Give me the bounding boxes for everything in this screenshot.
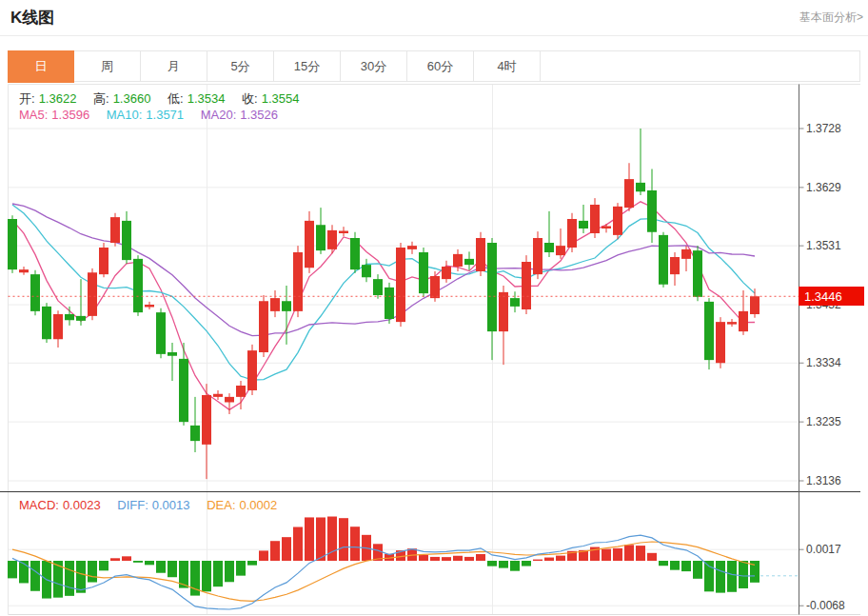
ma20-value: 1.3526 [240, 108, 278, 122]
ma-readout: MA5:1.3596 MA10:1.3571 MA20:1.3526 [19, 108, 282, 122]
price-axis: 1.3728 1.3629 1.3531 1.3432 1.3334 1.323… [806, 122, 845, 612]
chart-series [8, 129, 799, 609]
macd-value: 0.0023 [63, 498, 101, 512]
tab-5min[interactable]: 5分 [207, 51, 274, 81]
price-tick-label: 1.3629 [806, 181, 841, 194]
open-label: 开: [19, 91, 35, 106]
macd-readout: MACD:0.0023 DIFF:0.0013 DEA:0.0002 [19, 498, 281, 512]
low-value: 1.3534 [187, 91, 226, 106]
ma20-label: MA20: [201, 108, 237, 122]
close-label: 收: [242, 91, 258, 106]
low-label: 低: [168, 91, 184, 106]
macd-label: MACD: [19, 498, 59, 512]
high-value: 1.3660 [113, 91, 151, 106]
price-tick-label: 1.3334 [806, 356, 841, 369]
macd-tick-label: 0.0017 [806, 543, 841, 556]
price-tick-label: 1.3728 [806, 122, 841, 135]
diff-value: 0.0013 [152, 498, 190, 512]
kline-page: K线图 基本面分析> 日 周 月 5分 15分 30分 60分 4时 开:1.3… [0, 0, 868, 616]
dea-value: 0.0002 [240, 498, 278, 512]
price-tick-label: 1.3136 [806, 474, 841, 487]
chart-gridlines [0, 85, 860, 615]
open-value: 1.3622 [39, 91, 77, 106]
tab-day[interactable]: 日 [8, 50, 74, 83]
period-tabbar: 日 周 月 5分 15分 30分 60分 4时 [8, 50, 860, 82]
diff-label: DIFF: [117, 498, 148, 512]
close-value: 1.3554 [262, 91, 300, 106]
tab-week[interactable]: 周 [74, 51, 141, 81]
ma5-value: 1.3596 [51, 108, 89, 122]
tab-15min[interactable]: 15分 [274, 51, 341, 81]
tab-30min[interactable]: 30分 [341, 51, 407, 81]
high-label: 高: [93, 91, 109, 106]
tab-60min[interactable]: 60分 [407, 51, 474, 81]
last-price-tag: 1.3446 [799, 287, 864, 306]
price-tick-label: 1.3235 [806, 415, 841, 428]
ohlc-readout: 开:1.3622 高:1.3660 低:1.3534 收:1.3554 [19, 90, 303, 108]
tab-4hour[interactable]: 4时 [474, 51, 541, 81]
macd-tick-label: -0.0068 [806, 599, 845, 612]
dea-label: DEA: [207, 498, 235, 512]
last-price-label: 1.3446 [804, 289, 842, 304]
ma10-label: MA10: [107, 108, 143, 122]
price-tick-label: 1.3531 [806, 239, 841, 252]
ma10-value: 1.3571 [146, 108, 184, 122]
tab-month[interactable]: 月 [141, 51, 207, 81]
ma5-label: MA5: [19, 108, 48, 122]
